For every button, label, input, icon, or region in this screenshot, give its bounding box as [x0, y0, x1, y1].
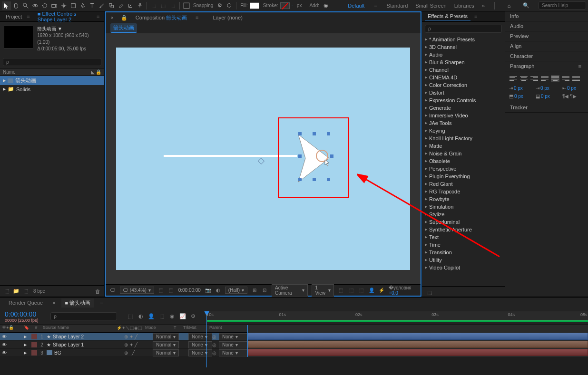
paragraph-menu-icon[interactable]: ≡: [577, 63, 583, 69]
trkmat-dropdown[interactable]: None▾: [188, 333, 212, 340]
project-col-type-icon[interactable]: ◣ 🔒: [91, 69, 102, 75]
eye-icon[interactable]: 👁: [2, 350, 7, 356]
tl-hide-shy-icon[interactable]: 👤: [147, 313, 155, 320]
mode-dropdown[interactable]: Normal▾: [153, 341, 179, 348]
pickwhip-icon[interactable]: ◎: [212, 350, 219, 356]
tl-motion-blur-icon[interactable]: ◉: [168, 313, 176, 320]
effect-category[interactable]: Blur & Sharpen: [422, 58, 505, 66]
workspace-standard[interactable]: Standard: [387, 3, 408, 9]
puppet-tool-icon[interactable]: [136, 1, 144, 10]
effect-category[interactable]: Obsolete: [422, 157, 505, 165]
world-axis-icon[interactable]: ⬚: [159, 1, 167, 10]
audio-panel-header[interactable]: Audio: [505, 21, 588, 31]
timeline-layer-row[interactable]: 👁 ▶ 2 ★ Shape Layer 1 ⊕ ✦ ╱ Normal▾ None…: [0, 341, 247, 349]
composition-tab[interactable]: Composition 箭头动画: [133, 13, 190, 22]
exposure-value[interactable]: �условия +0.0: [389, 285, 417, 296]
view-opt3-icon[interactable]: ⬚: [358, 287, 364, 294]
layer-color-label[interactable]: [31, 334, 37, 339]
trash-icon[interactable]: 🗑: [94, 288, 101, 295]
views-dropdown[interactable]: 1 View ▾: [312, 284, 334, 297]
project-menu-icon[interactable]: ≡: [25, 14, 31, 19]
view-axis-icon[interactable]: ⬚: [168, 1, 177, 10]
grid-icon[interactable]: ⊞: [251, 287, 257, 294]
fill-color-swatch[interactable]: [250, 2, 259, 9]
hand-tool-icon[interactable]: [12, 1, 20, 10]
layer-bar[interactable]: [247, 341, 588, 348]
space-after-field[interactable]: ⬓0 px: [536, 94, 558, 99]
effect-category[interactable]: Stylize: [422, 211, 505, 218]
timeline-comp-menu-icon[interactable]: ≡: [98, 300, 105, 306]
pen-tool-icon[interactable]: [78, 1, 87, 10]
effect-category[interactable]: Immersive Video: [422, 112, 505, 119]
effect-category[interactable]: Red Giant: [422, 180, 505, 188]
roi-icon[interactable]: ⬚: [168, 287, 174, 294]
viewer-timecode[interactable]: 0:00:00:00: [178, 288, 201, 293]
project-search-input[interactable]: [3, 58, 101, 66]
effect-category[interactable]: Transition: [422, 249, 505, 256]
bpc-label[interactable]: 8 bpc: [33, 288, 45, 294]
guides-icon[interactable]: ⊡: [262, 287, 268, 294]
new-folder-icon[interactable]: 📁: [12, 288, 20, 295]
selection-tool-icon[interactable]: [2, 1, 11, 10]
pixel-aspect-icon[interactable]: 👤: [368, 287, 374, 294]
timeline-tab-close-icon[interactable]: ×: [50, 300, 57, 306]
direction-icons[interactable]: ¶◀ ¶▶: [562, 94, 584, 99]
align-left-icon[interactable]: [509, 75, 518, 82]
snap-option-icon[interactable]: ⚙: [216, 1, 224, 10]
justify-all-icon[interactable]: [572, 75, 580, 82]
trkmat-dropdown[interactable]: None▾: [188, 349, 212, 356]
justify-last-center-icon[interactable]: [551, 75, 559, 82]
preview-panel-header[interactable]: Preview: [505, 31, 588, 41]
layer-color-label[interactable]: [31, 350, 37, 356]
help-search-input[interactable]: [539, 1, 586, 10]
eye-icon[interactable]: 👁: [2, 342, 7, 347]
timeline-layer-row[interactable]: 👁 ▶ 1 ★ Shape Layer 2 ⊕ ✦ ╱ Normal▾ None…: [0, 333, 247, 341]
effects-new-bin-icon[interactable]: ⬚: [426, 288, 433, 296]
effect-controls-tab[interactable]: ■ Effect Controls Shape Layer 2: [35, 10, 95, 23]
snap-option2-icon[interactable]: ⬡: [225, 1, 234, 10]
parent-dropdown[interactable]: None▾: [219, 341, 247, 348]
workspace-more[interactable]: »: [482, 3, 485, 9]
justify-last-right-icon[interactable]: [561, 75, 570, 82]
eraser-tool-icon[interactable]: [117, 1, 125, 10]
time-ruler[interactable]: ▸0s 01s 02s 03s 04s 05s: [206, 311, 588, 320]
composition-tab-menu-icon[interactable]: ≡: [194, 15, 200, 20]
align-right-icon[interactable]: [530, 75, 539, 82]
indent-left-field[interactable]: ⇥0 px: [509, 86, 531, 91]
effect-category[interactable]: Perspective: [422, 165, 505, 173]
effect-category[interactable]: Plugin Everything: [422, 173, 505, 180]
shape-tool-icon[interactable]: [69, 1, 78, 10]
effect-controls-menu-icon[interactable]: ≡: [95, 14, 101, 19]
camera-dropdown[interactable]: Active Camera ▾: [272, 284, 308, 297]
roto-tool-icon[interactable]: [126, 1, 135, 10]
composition-canvas[interactable]: [116, 48, 410, 270]
effect-category[interactable]: RG Trapcode: [422, 188, 505, 195]
effect-category[interactable]: Channel: [422, 66, 505, 74]
camera-tool-icon[interactable]: [50, 1, 59, 10]
tl-draft3d-icon[interactable]: ◐: [137, 313, 145, 320]
search-icon[interactable]: 🔍: [522, 1, 530, 10]
comp-thumbnail[interactable]: [4, 26, 33, 48]
add-menu-icon[interactable]: ◉: [322, 1, 330, 10]
tracker-panel-header[interactable]: Tracker: [505, 103, 588, 113]
effect-category[interactable]: Expression Controls: [422, 96, 505, 104]
effect-category[interactable]: Video Copilot: [422, 264, 505, 271]
parent-dropdown[interactable]: None▾: [219, 333, 247, 340]
effect-category[interactable]: Keying: [422, 127, 505, 135]
layer-bar[interactable]: [247, 333, 588, 340]
project-tab[interactable]: Project: [3, 13, 25, 20]
pickwhip-icon[interactable]: ◎: [212, 342, 219, 347]
effects-menu-icon[interactable]: ≡: [472, 14, 479, 19]
effect-category[interactable]: Color Correction: [422, 81, 505, 89]
tl-frame-blend-icon[interactable]: ⬚: [158, 313, 166, 320]
resolution-dropdown[interactable]: (Half) ▾: [225, 287, 247, 294]
snapshot-icon[interactable]: 📷: [205, 287, 211, 294]
channels-icon[interactable]: ◐: [215, 287, 221, 294]
tl-brainstorm-icon[interactable]: ⚙: [189, 313, 197, 320]
trkmat-dropdown[interactable]: None▾: [188, 341, 212, 348]
space-before-field[interactable]: ⬒0 px: [509, 94, 531, 99]
stroke-color-swatch[interactable]: [280, 2, 290, 9]
tl-comp-flowchart-icon[interactable]: ⬚: [127, 313, 134, 320]
effects-search-input[interactable]: [425, 25, 502, 33]
effect-category[interactable]: Superluminal: [422, 218, 505, 226]
